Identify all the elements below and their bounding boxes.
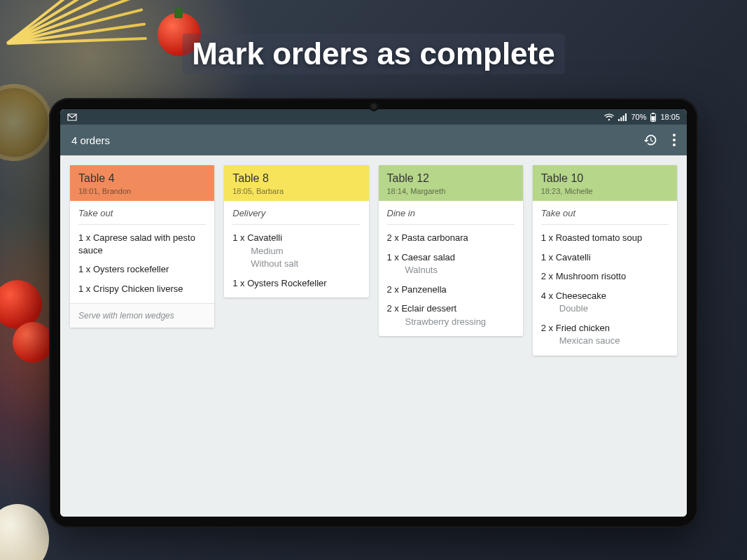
order-card[interactable]: Table 418:01, BrandonTake out1 x Caprese… <box>70 165 214 328</box>
service-type: Dine in <box>387 208 515 225</box>
decor-tomato <box>13 322 53 363</box>
order-meta: 18:01, Brandon <box>78 187 206 195</box>
battery-icon <box>650 113 656 122</box>
overflow-menu-icon[interactable] <box>673 134 676 146</box>
order-card-body: Take out1 x Caprese salad with pesto sau… <box>70 201 214 303</box>
order-item-modifier: Strawberry dressing <box>387 316 515 328</box>
order-card[interactable]: Table 818:05, BarbaraDelivery1 x Cavatel… <box>224 165 368 298</box>
order-meta: 18:05, Barbara <box>232 187 360 195</box>
app-screen: 70% 18:05 4 orders Table 418:01, Brandon… <box>60 109 687 517</box>
order-item-main: 1 x Oysters Rockefeller <box>232 277 360 290</box>
order-item: 1 x Crispy Chicken liverse <box>78 283 206 295</box>
order-card-header[interactable]: Table 1218:14, Margareth <box>379 165 523 201</box>
order-item-main: 2 x Panzenella <box>387 284 515 296</box>
svg-point-4 <box>673 139 676 141</box>
order-item-modifier: Without salt <box>232 258 360 270</box>
signal-icon <box>618 113 627 121</box>
order-item: 4 x CheesecakeDouble <box>541 290 669 315</box>
order-item-modifier: Mexican sauce <box>541 335 669 347</box>
order-item-modifier: Walnuts <box>387 264 515 276</box>
order-item: 2 x Eclair dessertStrawberry dressing <box>387 302 515 328</box>
order-card[interactable]: Table 1018:23, MichelleTake out1 x Roast… <box>533 165 677 356</box>
order-table-title: Table 10 <box>541 172 669 185</box>
service-type: Take out <box>541 208 669 225</box>
wifi-icon <box>604 113 614 121</box>
order-item-main: 1 x Crispy Chicken liverse <box>78 283 206 295</box>
order-card-header[interactable]: Table 418:01, Brandon <box>70 165 214 201</box>
history-icon[interactable] <box>643 133 657 147</box>
order-meta: 18:14, Margareth <box>387 187 515 195</box>
order-card-header[interactable]: Table 818:05, Barbara <box>224 165 368 201</box>
order-card-body: Dine in2 x Pasta carbonara1 x Caesar sal… <box>379 201 523 336</box>
svg-point-5 <box>673 144 676 146</box>
svg-point-3 <box>673 134 676 136</box>
order-card-header[interactable]: Table 1018:23, Michelle <box>533 165 677 201</box>
tablet-camera <box>371 104 377 109</box>
order-item-main: 1 x Caprese salad with pesto sauce <box>78 232 206 256</box>
order-table-title: Table 8 <box>232 172 360 185</box>
order-item-main: 2 x Eclair dessert <box>387 302 515 315</box>
order-table-title: Table 12 <box>387 172 515 185</box>
order-item: 2 x Fried chickenMexican sauce <box>541 322 669 347</box>
service-type: Delivery <box>232 208 360 225</box>
order-meta: 18:23, Michelle <box>541 187 669 195</box>
order-item: 2 x Panzenella <box>387 284 515 296</box>
order-table-title: Table 4 <box>78 172 206 185</box>
app-bar: 4 orders <box>60 125 687 155</box>
order-item: 1 x CavatelliMediumWithout salt <box>232 232 360 270</box>
order-item: 1 x Roasted tomato soup <box>541 232 669 244</box>
order-item-modifier: Medium <box>232 245 360 258</box>
clock-time: 18:05 <box>660 113 680 121</box>
order-item-main: 1 x Cavatelli <box>541 251 669 264</box>
order-item: 2 x Pasta carbonara <box>387 232 515 244</box>
order-item-main: 2 x Pasta carbonara <box>387 232 515 244</box>
order-item: 1 x Oysters Rockefeller <box>232 277 360 290</box>
service-type: Take out <box>78 208 206 225</box>
orders-count-title: 4 orders <box>71 134 110 146</box>
order-item-main: 2 x Fried chicken <box>541 322 669 335</box>
order-note: Serve with lemon wedges <box>70 303 214 328</box>
order-card-body: Take out1 x Roasted tomato soup1 x Cavat… <box>533 201 677 356</box>
order-item: 1 x Caprese salad with pesto sauce <box>78 232 206 256</box>
order-item-main: 1 x Cavatelli <box>232 232 360 244</box>
promo-heading: Mark orders as complete <box>182 34 564 74</box>
tablet-frame: 70% 18:05 4 orders Table 418:01, Brandon… <box>49 98 698 528</box>
order-card-body: Delivery1 x CavatelliMediumWithout salt1… <box>224 201 368 298</box>
battery-percent: 70% <box>631 113 646 121</box>
order-card[interactable]: Table 1218:14, MargarethDine in2 x Pasta… <box>379 165 523 336</box>
order-item-main: 1 x Roasted tomato soup <box>541 232 669 244</box>
order-item-main: 4 x Cheesecake <box>541 290 669 302</box>
order-item-main: 2 x Mushroom risotto <box>541 270 669 283</box>
order-item-main: 1 x Oysters rockefeller <box>78 263 206 276</box>
orders-board: Table 418:01, BrandonTake out1 x Caprese… <box>60 155 687 517</box>
order-item: 2 x Mushroom risotto <box>541 270 669 283</box>
mail-icon <box>67 113 77 121</box>
order-item: 1 x Caesar saladWalnuts <box>387 251 515 276</box>
order-item: 1 x Cavatelli <box>541 251 669 264</box>
status-bar: 70% 18:05 <box>60 109 687 125</box>
order-item-modifier: Double <box>541 302 669 315</box>
order-item-main: 1 x Caesar salad <box>387 251 515 264</box>
order-item: 1 x Oysters rockefeller <box>78 263 206 276</box>
svg-rect-2 <box>652 116 655 121</box>
